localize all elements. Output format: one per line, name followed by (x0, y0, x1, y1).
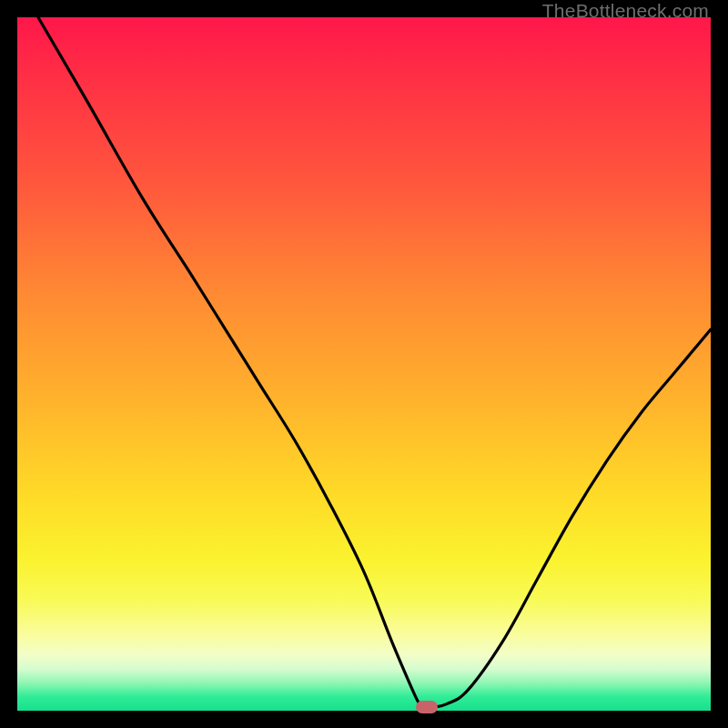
chart-plot-area (17, 17, 711, 711)
min-marker (416, 701, 438, 713)
curve-path (38, 17, 711, 708)
chart-frame: TheBottleneck.com (0, 0, 728, 728)
watermark-text: TheBottleneck.com (542, 0, 709, 22)
bottleneck-curve (17, 17, 711, 711)
